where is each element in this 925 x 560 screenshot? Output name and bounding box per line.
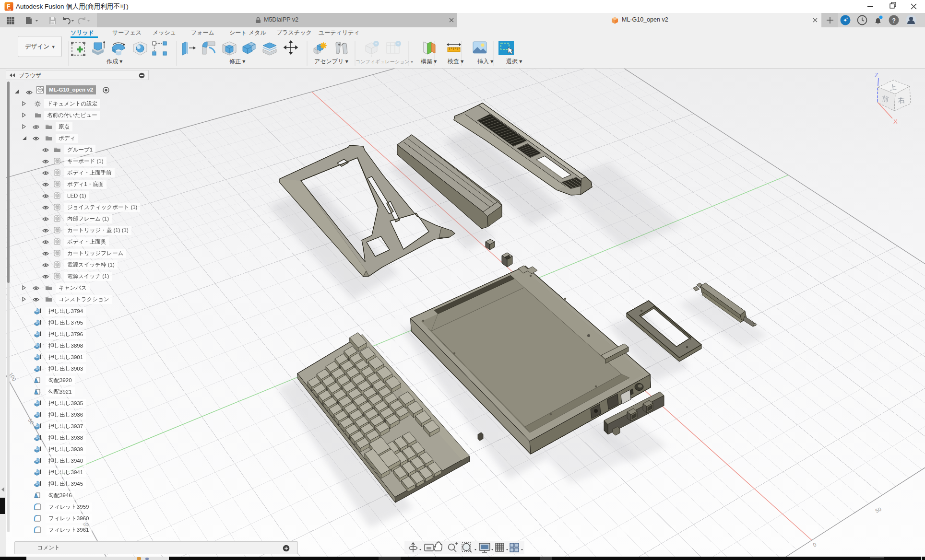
svg-text:+: + <box>375 41 377 46</box>
svg-text:✦: ✦ <box>846 17 848 20</box>
svg-text:前: 前 <box>882 94 889 103</box>
svg-text:FUB: FUB <box>8 9 12 11</box>
svg-text:?: ? <box>892 17 896 24</box>
svg-text:Z: Z <box>875 71 878 79</box>
svg-text:右: 右 <box>897 96 906 105</box>
svg-text:X: X <box>893 118 898 125</box>
svg-text:+: + <box>397 41 399 46</box>
svg-text:上: 上 <box>889 83 897 92</box>
